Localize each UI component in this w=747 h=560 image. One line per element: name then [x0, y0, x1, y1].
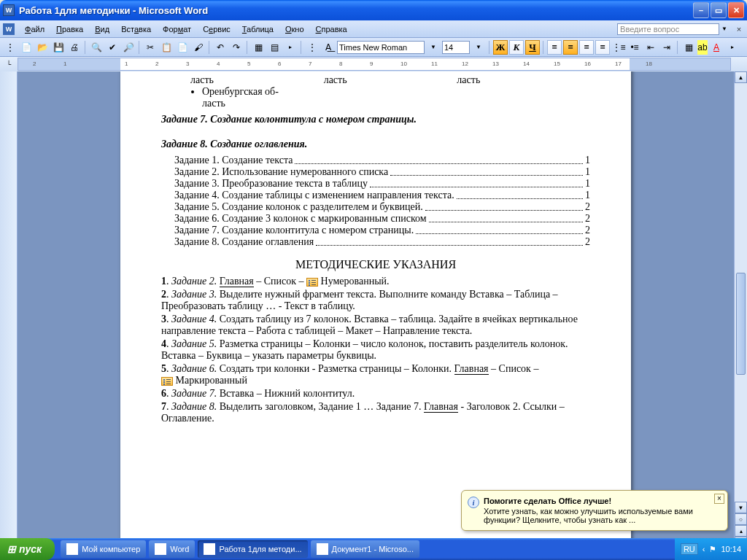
font-size-dropdown[interactable]: ▼ [471, 40, 486, 55]
style-dropdown[interactable]: A͟ [321, 40, 336, 55]
word-app-icon: W [3, 4, 15, 16]
window-titlebar: W Работа 1для методички - Microsoft Word… [0, 0, 747, 20]
column-text: ласть [190, 74, 324, 86]
clock[interactable]: 10:14 [721, 545, 741, 553]
underline-button[interactable]: Ч [525, 40, 540, 55]
close-document-button[interactable]: × [734, 24, 744, 34]
separator [677, 41, 678, 54]
instruction-line: 1. Задание 2. Главная – Список – Нумеров… [161, 276, 590, 287]
help-search-input[interactable] [617, 23, 719, 35]
section-title: МЕТОДИЧЕСКИЕ УКАЗАНИЯ [161, 258, 590, 271]
help-dropdown[interactable]: ▼ [719, 26, 729, 32]
start-button[interactable]: ⊞пуск [0, 538, 55, 560]
toolbar-overflow-2[interactable]: ▸ [725, 40, 740, 55]
columns-button[interactable]: ▤ [267, 40, 282, 55]
maximize-button[interactable]: ▭ [711, 2, 727, 18]
bulleted-list-button[interactable]: •≡ [627, 40, 642, 55]
numbered-list-button[interactable]: ⋮≡ [611, 40, 626, 55]
close-button[interactable]: ✕ [728, 2, 744, 18]
instruction-line: 3. Задание 4. Создать таблицу из 7 колон… [161, 314, 590, 337]
windows-taskbar: ⊞пуск ▦Мой компьютер▦Word▦Работа 1для ме… [0, 538, 747, 560]
bold-button[interactable]: Ж [493, 40, 508, 55]
redo-button[interactable]: ↷ [229, 40, 244, 55]
scroll-down-button[interactable]: ▼ [735, 502, 747, 513]
balloon-body: Хотите узнать, как можно улучшить исполь… [484, 507, 708, 524]
menu-view[interactable]: Вид [89, 23, 115, 35]
undo-button[interactable]: ↶ [213, 40, 228, 55]
font-name-dropdown[interactable]: ▼ [426, 40, 441, 55]
horizontal-ruler[interactable]: 21123456789101112131415161718 [18, 58, 731, 71]
format-painter-button[interactable]: 🖌 [191, 40, 206, 55]
toc-line: Задание 6. Создание 3 колонок с маркиров… [174, 213, 590, 225]
separator [139, 41, 140, 54]
tab-selector[interactable]: └ [0, 57, 18, 71]
menu-edit[interactable]: Правка [50, 23, 89, 35]
font-size-combo[interactable] [442, 41, 470, 54]
scroll-track[interactable] [735, 83, 747, 502]
paste-button[interactable]: 📄 [175, 40, 190, 55]
align-right-button[interactable]: ≡ [579, 40, 594, 55]
italic-button[interactable]: К [509, 40, 524, 55]
new-doc-button[interactable]: 📄 [19, 40, 34, 55]
minimize-button[interactable]: – [693, 2, 709, 18]
menu-tools[interactable]: Сервис [197, 23, 236, 35]
cut-button[interactable]: ✂ [143, 40, 158, 55]
menu-insert[interactable]: Вставка [115, 23, 157, 35]
instruction-line: 7. Задание 8. Выделить заголовком, Задан… [161, 401, 590, 424]
vertical-ruler[interactable] [0, 71, 18, 548]
doc-control-icon[interactable]: W [3, 23, 15, 35]
menu-format[interactable]: Формат [157, 23, 197, 35]
menu-file[interactable]: Файл [19, 23, 50, 35]
print-preview-button[interactable]: 🔍 [89, 40, 104, 55]
spellcheck-button[interactable]: ✔ [105, 40, 120, 55]
font-name-combo[interactable] [337, 41, 425, 54]
taskbar-item[interactable]: ▦Мой компьютер [61, 540, 146, 558]
office-assistant-balloon[interactable]: i × Помогите сделать Office лучше! Хотит… [461, 490, 728, 531]
toolbar-overflow[interactable]: ▸ [283, 40, 298, 55]
toc-line: Задание 7. Создание колонтитула с номеро… [174, 225, 590, 236]
tray-icon[interactable]: ⚑ [709, 545, 716, 554]
save-button[interactable]: 💾 [51, 40, 66, 55]
column-text: ласть [324, 74, 457, 86]
language-indicator[interactable]: RU [681, 543, 698, 555]
scroll-thumb[interactable] [736, 273, 746, 375]
menu-window[interactable]: Окно [279, 23, 310, 35]
numbered-list-icon [306, 278, 318, 287]
align-justify-button[interactable]: ≡ [595, 40, 610, 55]
menu-help[interactable]: Справка [310, 23, 353, 35]
decrease-indent-button[interactable]: ⇤ [643, 40, 658, 55]
taskbar-item[interactable]: ▦Word [149, 540, 195, 558]
taskbar-item[interactable]: ▦Работа 1для методи... [198, 540, 307, 558]
scroll-up-button[interactable]: ▲ [735, 71, 747, 83]
tray-chevron-icon[interactable]: ‹ [703, 545, 705, 553]
research-button[interactable]: 🔎 [121, 40, 136, 55]
toolbar-handle-2[interactable]: ⋮ [305, 40, 320, 55]
menu-table[interactable]: Таблица [236, 23, 279, 35]
align-center-button[interactable]: ≡ [563, 40, 578, 55]
align-left-button[interactable]: ≡ [547, 40, 562, 55]
document-page[interactable]: ласть ласть ласть Оренбургская об-ласть … [120, 71, 631, 548]
heading-task8: Задание 8. Создание оглавления. [161, 139, 590, 150]
vertical-scrollbar[interactable]: ▲ ▼ ○ ▴ ▾ [734, 71, 747, 548]
page-scroll-viewport[interactable]: ласть ласть ласть Оренбургская об-ласть … [18, 71, 734, 548]
help-search[interactable] [617, 23, 719, 35]
browse-object-button[interactable]: ○ [735, 513, 747, 525]
open-button[interactable]: 📂 [35, 40, 50, 55]
insert-table-button[interactable]: ▦ [251, 40, 266, 55]
prev-page-button[interactable]: ▴ [735, 525, 747, 537]
instruction-line: 6. Задание 7. Вставка – Нижний колонтиту… [161, 388, 590, 400]
borders-button[interactable]: ▦ [681, 40, 696, 55]
separator [489, 41, 490, 54]
highlight-button[interactable]: ab [697, 40, 708, 55]
system-tray[interactable]: RU ‹ ⚑ 10:14 [675, 538, 747, 560]
font-color-button[interactable]: A [709, 40, 724, 55]
copy-button[interactable]: 📋 [159, 40, 174, 55]
document-area: ласть ласть ласть Оренбургская об-ласть … [0, 71, 747, 548]
taskbar-item[interactable]: ▦Документ1 - Microso... [311, 540, 419, 558]
ruler-row: └ 21123456789101112131415161718 [0, 57, 747, 71]
balloon-close-button[interactable]: × [714, 494, 724, 504]
increase-indent-button[interactable]: ⇥ [659, 40, 674, 55]
print-button[interactable]: 🖨 [67, 40, 82, 55]
toc-line: Задание 4. Создание таблицы с изменением… [174, 190, 590, 201]
toolbar-handle[interactable]: ⋮ [3, 40, 18, 55]
